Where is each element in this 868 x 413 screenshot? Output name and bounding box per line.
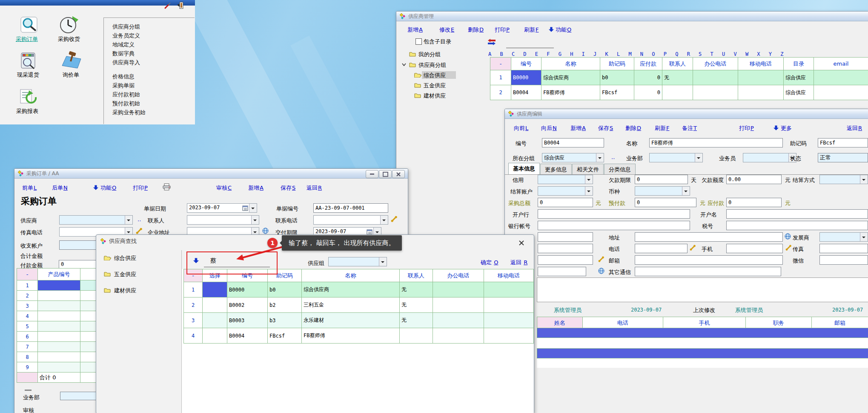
bank-input[interactable] — [538, 209, 690, 219]
table-cell[interactable]: 1 — [184, 282, 203, 297]
table-row[interactable]: 4 — [17, 311, 100, 321]
table-cell[interactable]: B0004 — [511, 85, 541, 100]
supplier-select[interactable] — [59, 215, 133, 225]
fax-input[interactable] — [819, 244, 868, 253]
table-cell[interactable] — [484, 297, 534, 313]
table-row[interactable]: 7 — [17, 342, 100, 352]
dropdown-button[interactable] — [860, 175, 868, 184]
print-button[interactable]: 打印P — [739, 124, 754, 132]
dropdown-button[interactable] — [860, 233, 868, 241]
table-cell[interactable]: B0004 — [227, 328, 268, 344]
table-cell[interactable] — [433, 313, 484, 328]
add-button[interactable]: 新增A — [570, 124, 586, 132]
refresh-button[interactable]: 刷新F — [524, 26, 539, 34]
table-row[interactable]: 3B0003b3永乐建材无 — [184, 313, 534, 328]
table-cell[interactable]: FB蔡师傅 — [541, 85, 600, 100]
close-icon[interactable] — [519, 240, 524, 246]
tree-item-my-groups[interactable]: 我的分组 — [418, 51, 441, 58]
table-cell[interactable]: FB蔡师傅 — [302, 328, 400, 344]
refresh-button[interactable]: 刷新F — [655, 124, 669, 132]
table-cell[interactable] — [38, 362, 80, 373]
code-input[interactable] — [542, 138, 604, 147]
table-row[interactable]: 1 — [17, 280, 100, 291]
table-cell[interactable] — [203, 328, 227, 344]
menu-item-price-info[interactable]: 价格信息 — [112, 73, 195, 82]
table-cell[interactable]: 4 — [184, 328, 203, 344]
tab-related-files[interactable]: 相关文件 — [572, 164, 604, 175]
table-cell[interactable] — [433, 297, 484, 313]
tab-basic-info[interactable]: 基本信息 — [508, 163, 540, 175]
table-cell[interactable]: 4 — [17, 311, 38, 321]
group-select[interactable]: 综合供应 — [542, 153, 604, 162]
table-cell[interactable] — [38, 280, 80, 291]
email-input[interactable] — [635, 255, 783, 265]
table-row[interactable]: 1B0000b0综合供应商无 — [184, 282, 534, 297]
table-cell[interactable] — [38, 321, 80, 332]
contacts-selected-row[interactable] — [537, 348, 868, 358]
dropdown-button[interactable] — [249, 204, 257, 212]
other-contact-input[interactable] — [635, 267, 781, 276]
save-button[interactable]: 保存S — [598, 124, 613, 132]
table-cell[interactable]: 1 — [490, 70, 511, 85]
table-cell[interactable] — [738, 70, 784, 85]
table-cell[interactable]: 2 — [490, 85, 511, 100]
more-button[interactable]: 更多 — [781, 124, 792, 132]
mobile-input[interactable] — [726, 244, 783, 253]
table-cell[interactable] — [484, 282, 534, 297]
table-row[interactable]: 3 — [17, 301, 100, 311]
menu-item-payable-init[interactable]: 应付款初始 — [112, 91, 195, 100]
back-button[interactable]: 返回R — [307, 184, 322, 192]
table-cell[interactable]: 2 — [184, 297, 203, 313]
save-button[interactable]: 保存S — [281, 184, 295, 192]
status-input[interactable] — [818, 153, 868, 162]
tab-category-info[interactable]: 分类信息 — [604, 164, 636, 175]
group-browse-dots[interactable]: .. — [611, 154, 615, 160]
dept-select[interactable] — [649, 153, 703, 162]
table-cell[interactable] — [433, 282, 484, 297]
mnemonic-input[interactable] — [818, 138, 868, 147]
table-cell[interactable]: 7 — [17, 342, 38, 352]
zip-input[interactable] — [538, 232, 593, 242]
table-cell[interactable] — [38, 342, 80, 352]
tree-item-supplier-groups[interactable]: 供应商分组 — [418, 61, 446, 69]
credit-select[interactable] — [538, 175, 593, 184]
table-cell[interactable]: B0002 — [227, 297, 268, 313]
next-doc-button[interactable]: 后单N — [52, 184, 68, 192]
doc-date-picker[interactable]: 2023-09-07 — [187, 203, 257, 213]
dropdown-button[interactable] — [251, 216, 259, 224]
contact-select[interactable] — [187, 215, 259, 225]
table-cell[interactable]: 综合供应商 — [302, 282, 400, 297]
table-cell[interactable] — [203, 297, 227, 313]
table-cell[interactable]: 0 — [634, 70, 662, 85]
tree-item-hardware-supply[interactable]: 五金供应 — [424, 82, 446, 90]
table-cell[interactable] — [38, 311, 80, 321]
table-cell[interactable] — [433, 328, 484, 344]
function-menu-button[interactable]: 功能O — [556, 26, 571, 34]
dropdown-button[interactable] — [379, 257, 387, 266]
back-button[interactable]: 返回 R — [510, 259, 527, 266]
table-cell[interactable]: 无 — [400, 297, 433, 313]
delete-button[interactable]: 删除D — [468, 26, 484, 34]
salesman-select[interactable] — [743, 153, 796, 162]
table-cell[interactable]: 1 — [17, 280, 38, 291]
printer-icon[interactable] — [163, 183, 171, 191]
table-cell[interactable]: 综合供应 — [784, 70, 814, 85]
settle-account-select[interactable] — [538, 186, 593, 196]
table-cell[interactable]: 无 — [400, 282, 433, 297]
chevron-down-icon[interactable] — [402, 63, 406, 66]
table-cell[interactable]: 9 — [17, 362, 38, 373]
dropdown-button[interactable] — [585, 187, 593, 195]
extra-input[interactable] — [538, 244, 593, 253]
table-cell[interactable] — [38, 352, 80, 362]
table-row[interactable]: 2B0004FB蔡师傅FBcsf0综合供应 — [490, 85, 868, 100]
delete-button[interactable]: 删除D — [625, 124, 641, 132]
tree-item-building-supply[interactable]: 建材供应 — [424, 92, 446, 100]
table-cell[interactable]: FBcsf — [600, 85, 634, 100]
dropdown-button[interactable] — [125, 216, 132, 224]
table-cell[interactable]: 0 — [634, 85, 662, 100]
remark-button[interactable]: 备注T — [682, 124, 697, 132]
table-row[interactable]: 4B0004FBcsfFB蔡师傅 — [184, 328, 534, 344]
tree-item-general-supply[interactable]: 综合供应 — [424, 72, 446, 79]
table-row[interactable]: 8 — [17, 352, 100, 362]
next-button[interactable]: 向后N — [541, 124, 557, 132]
